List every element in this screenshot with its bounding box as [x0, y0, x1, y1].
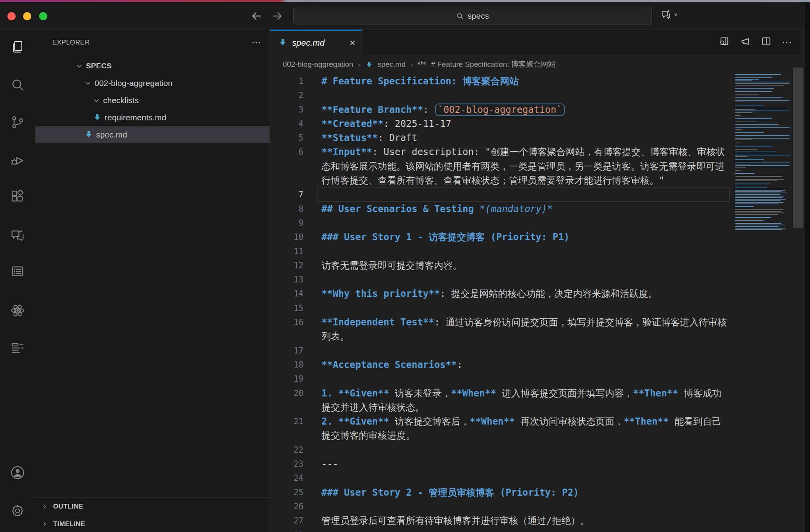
command-center-search[interactable]: specs: [293, 7, 652, 25]
activitybar-item-notes[interactable]: [8, 339, 27, 357]
activitybar-item-search[interactable]: [8, 75, 27, 94]
line-number: 18: [270, 358, 318, 372]
line-number: 10: [270, 230, 318, 244]
line-content[interactable]: **Input**: User description: "创建一个博客聚合网站…: [318, 145, 730, 187]
sidebar-panel-outline[interactable]: OUTLINE: [35, 497, 269, 515]
line-content[interactable]: ---: [318, 457, 730, 471]
tree-item-specs[interactable]: SPECS: [35, 57, 269, 75]
line-content[interactable]: 访客无需登录即可提交博客内容。: [318, 259, 730, 273]
minimap-line: [735, 132, 764, 133]
line-content[interactable]: [318, 443, 730, 457]
line-number: 13: [270, 273, 318, 287]
minimap-line: [735, 167, 746, 168]
line-content[interactable]: **Acceptance Scenarios**:: [318, 358, 730, 372]
tree-item-spec-md[interactable]: spec.md: [35, 126, 269, 143]
activitybar-item-extensions[interactable]: [8, 187, 27, 206]
line-content[interactable]: **Created**: 2025-11-17: [318, 117, 730, 131]
line-number: 15: [270, 301, 318, 315]
line-content[interactable]: 1. **Given** 访客未登录，**When** 进入博客提交页面并填写内…: [318, 386, 730, 415]
editor-line-25: 25### User Story 2 - 管理员审核博客 (Priority: …: [270, 486, 732, 500]
zoom-window-button[interactable]: [39, 12, 47, 20]
editor-line-16: 16**Independent Test**: 通过访客身份访问提交页面，填写并…: [270, 315, 732, 344]
editor-line-22: 22: [270, 443, 732, 457]
line-content[interactable]: [318, 471, 730, 485]
line-content[interactable]: [318, 273, 730, 287]
editor-line-12: 12访客无需登录即可提交博客内容。: [270, 259, 732, 273]
minimap-line: [735, 196, 784, 196]
minimize-window-button[interactable]: [23, 12, 31, 20]
line-number: 9: [270, 216, 318, 230]
line-content[interactable]: **Status**: Draft: [318, 131, 730, 145]
line-content[interactable]: [318, 301, 730, 315]
line-number: 28: [270, 528, 318, 532]
line-content[interactable]: [318, 245, 730, 259]
tree-item-002-blog-aggregation[interactable]: 002-blog-aggregation: [35, 75, 269, 92]
navigate-forward-button[interactable]: [271, 9, 284, 23]
line-content[interactable]: [318, 88, 730, 102]
split-editor-button[interactable]: [760, 36, 772, 49]
activitybar-item-explorer[interactable]: [8, 37, 27, 56]
line-content[interactable]: 管理员登录后可查看所有待审核博客并进行审核（通过/拒绝）。: [318, 514, 730, 528]
more-actions-button[interactable]: ⋯: [781, 36, 793, 48]
minimap-line: [735, 74, 781, 75]
minimap-line: [735, 217, 771, 218]
line-content[interactable]: ### User Story 2 - 管理员审核博客 (Priority: P2…: [318, 486, 730, 500]
minimap-line: [735, 124, 779, 125]
chevron-right-icon: [41, 503, 48, 511]
line-content[interactable]: ### User Story 1 - 访客提交博客 (Priority: P1): [318, 230, 730, 244]
close-tab-icon[interactable]: ✕: [349, 38, 356, 48]
editor-line-28: 28: [270, 528, 732, 532]
close-window-button[interactable]: [7, 12, 16, 20]
minimap-line: [735, 152, 777, 152]
editor-line-2: 2: [270, 88, 732, 102]
editor-line-27: 27管理员登录后可查看所有待审核博客并进行审核（通过/拒绝）。: [270, 514, 732, 528]
activitybar-item-chat[interactable]: [8, 226, 27, 245]
announcement-button[interactable]: [739, 36, 751, 49]
breadcrumb-item[interactable]: spec.md: [378, 60, 406, 69]
breadcrumb-separator: ›: [410, 60, 413, 69]
line-content[interactable]: **Independent Test**: 通过访客身份访问提交页面，填写并提交…: [318, 315, 730, 344]
sidebar-panel-timeline[interactable]: TIMELINE: [35, 515, 269, 532]
line-number: 12: [270, 259, 318, 273]
tab-spec-md[interactable]: spec.md ✕: [270, 30, 362, 55]
line-number: 19: [270, 372, 318, 386]
line-content[interactable]: [318, 187, 730, 202]
line-content[interactable]: **Feature Branch**: `002-blog-aggregatio…: [318, 103, 730, 117]
line-content[interactable]: # Feature Specification: 博客聚合网站: [318, 74, 730, 88]
line-content[interactable]: **Why this priority**: 提交是网站的核心功能，决定内容来源…: [318, 287, 730, 301]
copilot-menu-button[interactable]: ∨: [660, 9, 678, 20]
editor-line-21: 212. **Given** 访客提交博客后，**When** 再次访问审核状态…: [270, 414, 732, 443]
activitybar-item-run-debug[interactable]: [8, 151, 27, 170]
line-content[interactable]: 2. **Given** 访客提交博客后，**When** 再次访问审核状态页面…: [318, 414, 730, 443]
minimap-line: [735, 226, 779, 227]
line-content[interactable]: [318, 372, 730, 386]
line-content[interactable]: [318, 528, 730, 532]
editor-scrollbar-thumb[interactable]: [793, 68, 803, 228]
open-preview-button[interactable]: [718, 36, 730, 49]
minimap-line: [735, 191, 782, 192]
activitybar-item-react-devtools[interactable]: [8, 301, 27, 320]
minimap-line: [735, 77, 773, 78]
minimap-line: [735, 97, 783, 98]
line-number: 20: [270, 386, 318, 415]
tree-item-requirements-md[interactable]: requirements.md: [35, 109, 269, 126]
line-content[interactable]: [318, 216, 730, 230]
activitybar-item-accounts[interactable]: [8, 463, 27, 482]
line-content[interactable]: ## User Scenarios & Testing *(mandatory)…: [318, 202, 730, 216]
explorer-more-actions-button[interactable]: ⋯: [252, 37, 262, 48]
markdown-icon: [366, 61, 373, 68]
navigate-back-button[interactable]: [250, 9, 263, 23]
breadcrumb-item[interactable]: # Feature Specification: 博客聚合网站: [431, 59, 556, 70]
breadcrumb-item[interactable]: 002-blog-aggregation: [283, 60, 353, 69]
minimap[interactable]: [732, 74, 789, 532]
line-content[interactable]: [318, 500, 730, 514]
activitybar-item-settings[interactable]: [8, 502, 27, 520]
tree-item-checklists[interactable]: checklists: [35, 92, 269, 109]
minimap-line: [735, 138, 790, 139]
explorer-sidebar: EXPLORER ⋯ SPECS002-blog-aggregationchec…: [35, 30, 270, 532]
line-content[interactable]: [318, 344, 730, 358]
minimap-line: [735, 229, 782, 230]
activitybar-item-source-control[interactable]: [8, 113, 27, 132]
line-number: 16: [270, 315, 318, 344]
activitybar-item-list-panel[interactable]: [8, 262, 27, 281]
